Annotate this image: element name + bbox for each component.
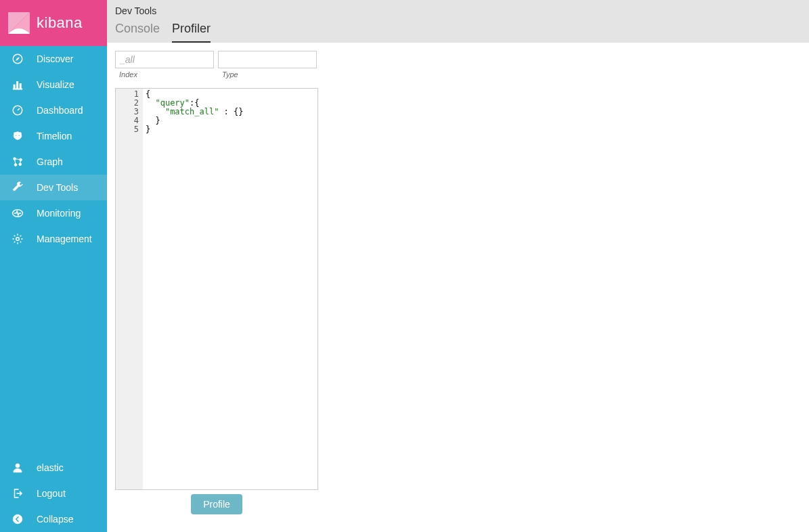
query-editor[interactable]: 12345 { "query":{ "match_all" : {} } }: [115, 88, 318, 490]
compass-icon: [11, 52, 24, 66]
heartbeat-icon: [11, 206, 24, 220]
wrench-icon: [11, 181, 24, 194]
svg-point-22: [13, 514, 22, 524]
sidebar-item-label: Graph: [37, 156, 63, 167]
svg-line-18: [20, 160, 21, 164]
svg-rect-7: [13, 89, 22, 89]
user-icon: [11, 461, 24, 474]
sidebar-item-monitoring[interactable]: Monitoring: [0, 200, 107, 226]
gear-icon: [11, 232, 24, 246]
svg-marker-3: [16, 58, 20, 61]
sidebar-item-label: Discover: [37, 53, 73, 64]
page-title: Dev Tools: [107, 0, 809, 19]
content: Index Type 12345 { "query":{ "match_all"…: [107, 43, 809, 523]
sidebar-item-label: Visualize: [37, 79, 74, 90]
sidebar-item-label: Management: [37, 234, 92, 244]
sidebar-item-management[interactable]: Management: [0, 226, 107, 252]
sidebar-item-visualize[interactable]: Visualize: [0, 72, 107, 97]
profile-button[interactable]: Profile: [191, 494, 242, 514]
input-row: Index Type: [115, 51, 801, 79]
sidebar-item-timelion[interactable]: Timelion: [0, 123, 107, 149]
svg-point-11: [18, 135, 20, 136]
sidebar-item-label: Dev Tools: [37, 182, 78, 193]
type-label: Type: [218, 68, 317, 79]
logout-icon: [11, 487, 24, 500]
index-label: Index: [115, 68, 214, 79]
sidebar-item-label: elastic: [37, 462, 64, 473]
editor-gutter: 12345: [116, 89, 143, 489]
nav: Discover Visualize Dashboard Timelion Gr…: [0, 46, 107, 532]
editor-code[interactable]: { "query":{ "match_all" : {} } }: [143, 89, 318, 489]
kibana-logo-icon: [5, 9, 32, 37]
sidebar-item-discover[interactable]: Discover: [0, 46, 107, 72]
sidebar-item-logout[interactable]: Logout: [0, 481, 107, 506]
gauge-icon: [11, 104, 24, 117]
svg-point-20: [16, 238, 20, 241]
sidebar-item-graph[interactable]: Graph: [0, 149, 107, 175]
collapse-icon: [11, 512, 24, 526]
tab-profiler[interactable]: Profiler: [172, 22, 211, 43]
main: Dev Tools Console Profiler Index Type 12…: [107, 0, 809, 532]
svg-point-21: [16, 464, 20, 468]
logo-bar[interactable]: kibana: [0, 0, 107, 46]
svg-rect-6: [20, 84, 21, 89]
sidebar-item-label: Monitoring: [37, 208, 81, 219]
svg-point-10: [16, 135, 17, 136]
svg-rect-5: [17, 82, 18, 89]
index-input-group: Index: [115, 51, 214, 79]
graph-icon: [11, 155, 24, 169]
sidebar-item-collapse[interactable]: Collapse: [0, 506, 107, 532]
sidebar-item-devtools[interactable]: Dev Tools: [0, 175, 107, 200]
header: Dev Tools Console Profiler: [107, 0, 809, 43]
lion-icon: [11, 129, 24, 143]
sidebar-item-dashboard[interactable]: Dashboard: [0, 97, 107, 123]
logo-text: kibana: [37, 14, 83, 32]
index-input[interactable]: [115, 51, 214, 68]
svg-line-9: [18, 108, 20, 110]
sidebar-item-label: Dashboard: [37, 105, 83, 116]
sidebar-item-label: Logout: [37, 488, 66, 499]
type-input[interactable]: [218, 51, 317, 68]
tab-console[interactable]: Console: [115, 22, 160, 43]
sidebar-item-user[interactable]: elastic: [0, 455, 107, 481]
sidebar-item-label: Collapse: [37, 514, 73, 525]
tabs: Console Profiler: [107, 19, 809, 43]
type-input-group: Type: [218, 51, 317, 79]
svg-rect-4: [14, 85, 15, 89]
bar-chart-icon: [11, 78, 24, 91]
sidebar-item-label: Timelion: [37, 131, 72, 141]
sidebar: kibana Discover Visualize Dashboard Time…: [0, 0, 107, 532]
